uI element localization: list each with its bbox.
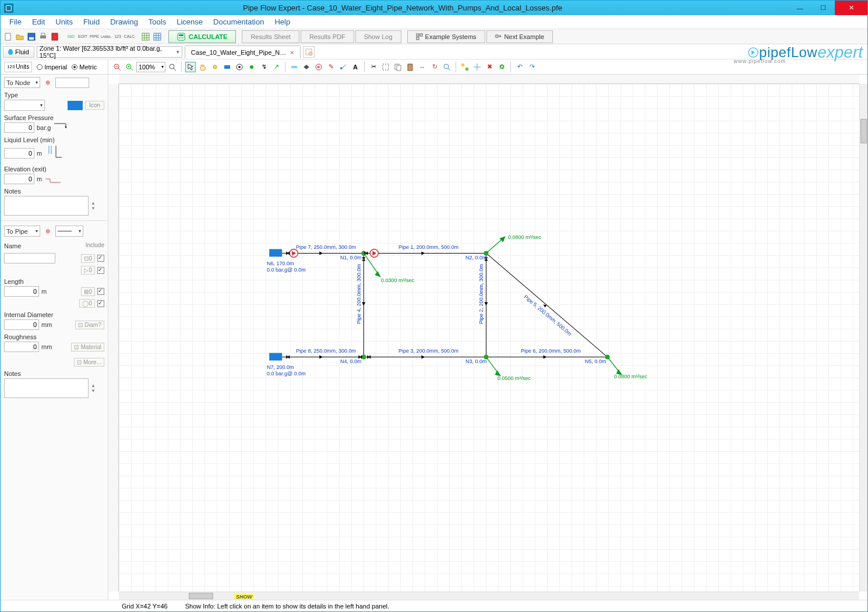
menu-units[interactable]: Units [50, 16, 78, 27]
length-input[interactable] [4, 286, 39, 297]
grid-options-icon[interactable] [472, 62, 482, 72]
open-icon[interactable] [15, 31, 25, 42]
123-icon[interactable]: 123 [112, 31, 123, 42]
undo-icon[interactable]: ↶ [514, 62, 525, 72]
menu-drawing[interactable]: Drawing [105, 16, 143, 27]
show-fitting-btn[interactable]: ⊡0 [81, 254, 95, 263]
join-point-icon[interactable] [246, 62, 257, 72]
tab-close-icon[interactable]: × [290, 49, 294, 56]
grid1-icon[interactable] [140, 31, 151, 42]
text-tool-icon[interactable]: A [350, 62, 361, 72]
menu-documentation[interactable]: Documentation [208, 16, 269, 27]
isolate-icon[interactable]: ✿ [496, 62, 507, 72]
menu-license[interactable]: License [171, 16, 208, 27]
show-log-button[interactable]: Show Log [355, 30, 401, 43]
tank-tool-icon[interactable] [222, 62, 232, 72]
valve-icon[interactable] [301, 62, 312, 72]
show-pump-btn[interactable]: ◯0 [79, 299, 95, 308]
type-combo[interactable] [4, 100, 45, 111]
find-icon[interactable] [442, 62, 452, 72]
new-icon[interactable] [3, 31, 13, 42]
show-comp-btn[interactable]: ⊠0 [81, 287, 95, 296]
pipe-labels-icon[interactable]: PIPE [89, 31, 100, 42]
menu-tools[interactable]: Tools [143, 16, 171, 27]
iso-icon[interactable]: ISO [66, 31, 76, 42]
node-id-input[interactable] [55, 78, 89, 88]
zoom-window-icon[interactable] [167, 62, 178, 72]
locate-pipe-icon[interactable]: ⊕ [43, 226, 53, 237]
show-tag[interactable]: SHOW [234, 594, 254, 600]
menu-help[interactable]: Help [269, 16, 295, 27]
scrollbar-vertical[interactable] [859, 84, 867, 592]
imperial-radio[interactable]: Imperial [37, 64, 67, 71]
units-button[interactable]: 123Units [4, 62, 32, 72]
grid2-icon[interactable] [152, 31, 163, 42]
paste-icon[interactable] [405, 62, 415, 72]
results-sheet-button[interactable]: Results Sheet [242, 30, 299, 43]
menu-edit[interactable]: Edit [27, 16, 50, 27]
mirror-icon[interactable]: ↔ [417, 62, 428, 72]
material-button[interactable]: ⊡ Material [71, 343, 104, 351]
pipe-name-input[interactable] [4, 253, 55, 263]
diam-button[interactable]: ⊡ Diam? [75, 321, 104, 329]
calc-small-icon[interactable]: CALC [124, 31, 135, 42]
node-tool-icon[interactable] [210, 62, 220, 72]
pointer-tool-icon[interactable] [185, 62, 196, 72]
demand-flow-icon[interactable]: ↯ [259, 62, 269, 72]
to-node-combo[interactable]: To Node [4, 77, 40, 88]
document-tab[interactable]: Case_10_Water_Eight_Pipe_N…× [185, 45, 301, 58]
pipe-line-combo[interactable] [55, 226, 83, 237]
pdf-icon[interactable] [50, 31, 60, 42]
grid-color-icon[interactable] [460, 62, 470, 72]
close-button[interactable]: ✕ [835, 1, 867, 15]
roughness-input[interactable] [4, 342, 39, 352]
fitting-include-check[interactable] [97, 255, 104, 262]
zoom-in-icon[interactable] [124, 62, 135, 72]
zoom-combo[interactable]: 100% [136, 62, 165, 72]
print-icon[interactable] [38, 31, 48, 42]
redo-icon[interactable]: ↷ [527, 62, 537, 72]
pump-icon[interactable] [313, 62, 324, 72]
label-icon[interactable]: LABEL [101, 31, 111, 42]
node-notes-input[interactable] [4, 196, 89, 216]
pipe-notes-input[interactable] [4, 378, 89, 398]
copy-icon[interactable] [393, 62, 403, 72]
example-systems-button[interactable]: Example Systems [407, 30, 485, 43]
diameter-input[interactable] [4, 319, 39, 330]
new-tab-icon[interactable] [303, 46, 315, 58]
menu-file[interactable]: File [4, 16, 27, 27]
next-example-button[interactable]: Next Example [486, 30, 553, 43]
maximize-button[interactable]: ☐ [811, 1, 835, 15]
liquid-level-input[interactable] [4, 148, 34, 159]
pan-tool-icon[interactable] [197, 62, 208, 72]
prv-icon[interactable] [338, 62, 348, 72]
fitting-icon[interactable] [289, 62, 299, 72]
demand-out-icon[interactable]: ↗ [271, 62, 281, 72]
zoom-out-icon[interactable] [112, 62, 122, 72]
save-icon[interactable] [26, 31, 37, 42]
edit-labels-icon[interactable]: EDIT [77, 31, 88, 42]
drawing-canvas[interactable]: Pipe 7, 250.0mm, 300.0m Pipe 1, 200.0mm,… [108, 75, 867, 600]
show-valve-btn[interactable]: ▷0 [81, 266, 95, 275]
more-button[interactable]: ⊡ More... [74, 358, 104, 367]
minimize-button[interactable]: — [788, 1, 811, 15]
calculate-button[interactable]: CALCULATE [168, 30, 236, 43]
elevation-input[interactable] [4, 174, 34, 184]
metric-radio[interactable]: Metric [72, 64, 97, 71]
cut-icon[interactable]: ✂ [368, 62, 379, 72]
rotate-icon[interactable]: ↻ [429, 62, 440, 72]
icon-button[interactable]: Icon [85, 101, 104, 110]
closed-pipe-icon[interactable]: ✎ [326, 62, 336, 72]
comp-include-check[interactable] [97, 288, 104, 295]
invert-icon[interactable]: ✖ [484, 62, 495, 72]
pump-include-check[interactable] [97, 300, 104, 307]
surface-pressure-input[interactable] [4, 122, 34, 133]
zone-combo[interactable]: Zone 1: Water [62.365533 lb/ft³ at 0.0ba… [37, 46, 182, 58]
select-area-icon[interactable] [380, 62, 391, 72]
scrollbar-horizontal[interactable]: SHOW [119, 592, 859, 600]
valve-include-check[interactable] [97, 267, 104, 274]
drawing-grid[interactable]: Pipe 7, 250.0mm, 300.0m Pipe 1, 200.0mm,… [119, 84, 859, 592]
menu-fluid[interactable]: Fluid [78, 16, 105, 27]
end-pressure-tool-icon[interactable] [234, 62, 245, 72]
to-pipe-combo[interactable]: To Pipe [4, 226, 40, 237]
